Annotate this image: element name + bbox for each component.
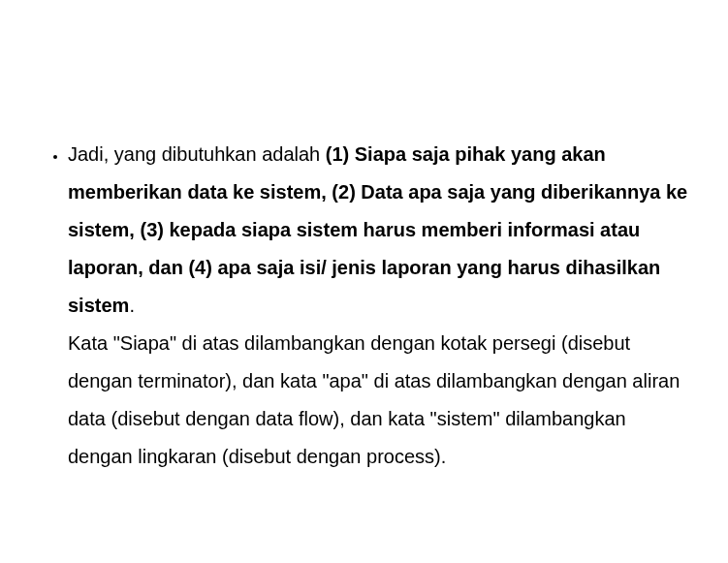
bold-requirements: (1) Siapa saja pihak yang akan memberika… (68, 143, 687, 316)
list-item: Jadi, yang dibutuhkan adalah (1) Siapa s… (68, 136, 689, 476)
intro-text: Jadi, yang dibutuhkan adalah (68, 143, 326, 165)
document-page: Jadi, yang dibutuhkan adalah (1) Siapa s… (0, 0, 728, 563)
bullet-list: Jadi, yang dibutuhkan adalah (1) Siapa s… (29, 136, 689, 476)
period: . (129, 295, 135, 316)
explanation-text: Kata "Siapa" di atas dilambangkan dengan… (68, 332, 680, 467)
